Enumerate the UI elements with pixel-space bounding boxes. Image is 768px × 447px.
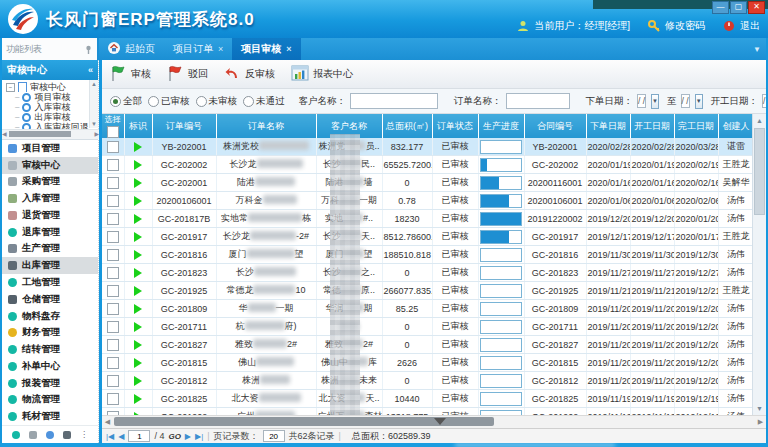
scroll-right-icon[interactable]: ▶: [94, 130, 99, 139]
table-row[interactable]: GC-201902广州广州万森林13318.775已审核GC-201902201…: [102, 408, 754, 416]
驳回-button[interactable]: 驳回: [167, 65, 208, 84]
scroll-left-icon[interactable]: ◀: [2, 130, 7, 139]
row-checkbox[interactable]: [107, 357, 119, 369]
collapse-panel-icon[interactable]: «: [88, 65, 93, 75]
page-size-input[interactable]: [263, 430, 285, 442]
row-checkbox[interactable]: [107, 159, 119, 171]
table-row[interactable]: GC-201816厦门望厦门望188510.818已审核GC-201816201…: [102, 246, 754, 264]
table-row[interactable]: GC-201809华一期华润期85.25已审核GC-2018092019/11/…: [102, 300, 754, 318]
tab-close-icon[interactable]: ×: [286, 44, 291, 54]
column-header-订单编号[interactable]: 订单编号: [152, 114, 216, 138]
scroll-right-icon[interactable]: ▶: [755, 416, 766, 427]
tree-collapse-icon[interactable]: −: [6, 83, 15, 92]
row-checkbox[interactable]: [107, 177, 119, 189]
row-checkbox[interactable]: [107, 303, 119, 315]
sidebar-item-补单中心[interactable]: 补单中心: [2, 358, 98, 375]
order-date-end-input[interactable]: / /: [681, 94, 690, 108]
sidebar-item-财务管理[interactable]: 财务管理: [2, 324, 98, 341]
column-header-开工日期[interactable]: 开工日期: [630, 114, 674, 138]
last-page-icon[interactable]: ▶|: [195, 432, 203, 441]
table-row[interactable]: YB-202001株洲党校株洲党员..832.177已审核YB-20200120…: [102, 138, 754, 156]
tree-item-出库审核[interactable]: –出库审核: [2, 112, 99, 122]
sidebar-item-工地管理[interactable]: 工地管理: [2, 274, 98, 291]
table-row[interactable]: GC-201815佛山佛山中库2626已审核GC-2018152019/11/2…: [102, 354, 754, 372]
table-row[interactable]: GC-201825北大资北大资天..10440已审核GC-2018252019/…: [102, 390, 754, 408]
sidebar-item-生产管理[interactable]: 生产管理: [2, 241, 98, 258]
radio-全部[interactable]: 全部: [110, 95, 142, 108]
logout-link[interactable]: 退出: [740, 19, 760, 33]
sidebar-item-退库管理[interactable]: 退库管理: [2, 224, 98, 241]
table-row[interactable]: GC-202001陆港陆港墙0已审核202001160012020/01/162…: [102, 174, 754, 192]
sidebar-item-物料盘存[interactable]: 物料盘存: [2, 308, 98, 325]
column-header-订单名称[interactable]: 订单名称: [216, 114, 316, 138]
footer-more-icon[interactable]: ⋮: [80, 431, 88, 439]
column-header-创建人[interactable]: 创建人: [718, 114, 754, 138]
scroll-down-icon[interactable]: ▼: [90, 120, 98, 128]
tree-hscroll-thumb[interactable]: [9, 131, 71, 137]
tree-item-入库审核[interactable]: –入库审核: [2, 102, 99, 112]
table-row[interactable]: GC-201823长沙长沙之..0已审核GC-2018232019/11/272…: [102, 264, 754, 282]
column-header-选择[interactable]: 选择: [102, 114, 124, 138]
tree-horizontal-scrollbar[interactable]: ◀ ▶: [2, 129, 99, 139]
table-vertical-scrollbar[interactable]: ▲ ▼: [752, 114, 766, 415]
first-page-icon[interactable]: |◀: [106, 432, 114, 441]
scroll-up-icon[interactable]: ▲: [753, 114, 766, 127]
row-checkbox[interactable]: [107, 393, 119, 405]
radio-button-icon[interactable]: [243, 96, 254, 107]
table-row[interactable]: GC-201711杭府)0已审核GC-2017112019/11/202019/…: [102, 318, 754, 336]
sidebar-item-报装管理[interactable]: 报装管理: [2, 375, 98, 392]
customer-name-input[interactable]: [350, 93, 438, 109]
sidebar-item-采购管理[interactable]: 采购管理: [2, 174, 98, 191]
order-date-end-dropdown-icon[interactable]: ▼: [695, 94, 703, 109]
tree-vertical-scrollbar[interactable]: ▲ ▼: [89, 80, 98, 128]
page-number-input[interactable]: [128, 430, 150, 442]
column-header-合同编号[interactable]: 合同编号: [524, 114, 586, 138]
table-row[interactable]: GC-201917长沙龙-2#长沙天..8512.78600..已审核GC-20…: [102, 228, 754, 246]
close-button[interactable]: ✕: [748, 1, 765, 14]
sidebar-item-审核中心[interactable]: 审核中心: [2, 157, 98, 174]
sidebar-item-物流管理[interactable]: 物流管理: [2, 391, 98, 408]
column-header-完工日期[interactable]: 完工日期: [674, 114, 718, 138]
row-checkbox[interactable]: [107, 339, 119, 351]
scroll-up-icon[interactable]: ▲: [90, 80, 98, 88]
table-row[interactable]: GC-201925常德龙10常德原..266077.835..已审核GC-201…: [102, 282, 754, 300]
row-checkbox[interactable]: [107, 213, 119, 225]
sidebar-item-耗材管理[interactable]: 耗材管理: [2, 408, 98, 425]
tree-root[interactable]: − 审核中心: [2, 82, 90, 92]
sidebar-item-入库管理[interactable]: 入库管理: [2, 190, 98, 207]
tab-起始页[interactable]: 起始页: [99, 38, 164, 60]
sidebar-panel-header[interactable]: 审核中心 «: [2, 60, 98, 80]
row-checkbox[interactable]: [107, 249, 119, 261]
next-page-icon[interactable]: ▶: [185, 432, 191, 441]
tree-item-项目审核[interactable]: –项目审核: [2, 92, 99, 102]
sidebar-item-结转管理[interactable]: 结转管理: [2, 341, 98, 358]
order-name-input[interactable]: [506, 93, 570, 109]
sidebar-item-仓储管理[interactable]: 仓储管理: [2, 291, 98, 308]
table-row[interactable]: GC-201827雅致2#雅致2#0已审核GC-2018272019/11/20…: [102, 336, 754, 354]
tab-close-icon[interactable]: ×: [218, 44, 223, 54]
row-checkbox[interactable]: [107, 375, 119, 387]
table-row[interactable]: 20200106001万科金万科一期0.78已审核202001060012020…: [102, 192, 754, 210]
footer-pen-icon[interactable]: [46, 431, 54, 439]
footer-dot-icon[interactable]: [12, 431, 20, 439]
order-date-dropdown-icon[interactable]: ▼: [651, 94, 659, 109]
审核-button[interactable]: 审核: [110, 65, 151, 84]
row-checkbox[interactable]: [107, 321, 119, 333]
column-header-总面积(㎡)[interactable]: 总面积(㎡): [382, 114, 432, 138]
radio-button-icon[interactable]: [148, 96, 159, 107]
tab-项目审核[interactable]: 项目审核×: [232, 38, 300, 60]
sidebar-item-项目管理[interactable]: 项目管理: [2, 140, 98, 157]
row-checkbox[interactable]: [107, 231, 119, 243]
table-horizontal-scrollbar[interactable]: ◀ ▶: [102, 415, 766, 428]
maximize-button[interactable]: ▢: [730, 1, 747, 14]
radio-未审核[interactable]: 未审核: [196, 95, 238, 108]
change-password-link[interactable]: 修改密码: [665, 19, 705, 33]
go-button[interactable]: GO: [168, 432, 180, 441]
order-date-input[interactable]: / /: [637, 94, 646, 108]
minimize-button[interactable]: —: [712, 1, 729, 14]
column-header-订单状态[interactable]: 订单状态: [432, 114, 478, 138]
function-list-box[interactable]: 功能列表: [2, 38, 99, 60]
table-row[interactable]: GC-201817B实地常栋实地#..18230已审核2019122000220…: [102, 210, 754, 228]
vscroll-thumb[interactable]: [754, 128, 765, 215]
column-header-生产进度[interactable]: 生产进度: [478, 114, 524, 138]
